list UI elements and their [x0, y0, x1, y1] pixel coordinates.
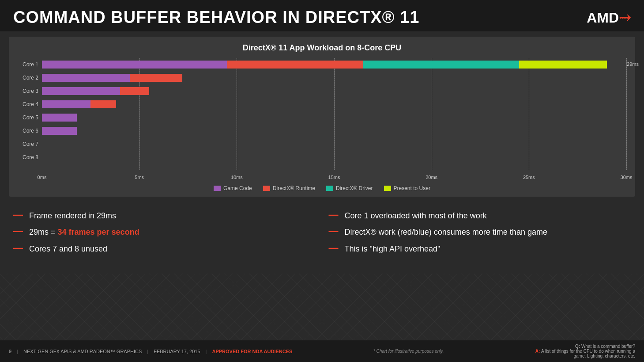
legend-label: Game Code [223, 185, 252, 191]
page-title: COMMAND BUFFER BEHAVIOR IN DIRECTX® 11 [13, 8, 419, 27]
core8-label: Core 8 [18, 151, 42, 164]
bullet-item: — This is "high API overhead" [329, 244, 631, 254]
approved-label: APPROVED FOR NDA AUDIENCES [212, 349, 292, 354]
bar-segment [363, 61, 519, 69]
bullet-text: This is "high API overhead" [345, 244, 441, 254]
bar-segment [42, 74, 130, 82]
bars-area: 29ms [42, 58, 626, 170]
legend-item: Game Code [214, 185, 252, 191]
chart-container: DirectX® 11 App Workload on 8-Core CPU C… [9, 37, 635, 197]
legend-color-swatch [214, 186, 221, 191]
bullet-text: Core 1 overloaded with most of the work [345, 211, 487, 221]
amd-logo: AMD⤑ [587, 9, 631, 26]
footer-left: 9 | NEXT-GEN GFX APIS & AMD RADEON™ GRAP… [9, 349, 292, 354]
bullet-item: — Frame rendered in 29ms [13, 211, 316, 221]
bullet-col-right: — Core 1 overloaded with most of the wor… [329, 211, 631, 260]
bar-segment [42, 114, 77, 122]
bullet-item: — 29ms = 34 frames per second [13, 227, 316, 237]
bullet-section: — Frame rendered in 29ms — 29ms = 34 fra… [0, 202, 644, 265]
core6-label: Core 6 [18, 124, 42, 137]
footer-qa: Q: What is a command buffer? A: A list o… [525, 344, 635, 358]
legend-color-swatch [384, 186, 391, 191]
bar-segment [227, 61, 363, 69]
bar-row [42, 71, 626, 84]
bar-segment [42, 100, 90, 108]
bullet-dash: — [13, 226, 23, 236]
core3-label: Core 3 [18, 84, 42, 98]
bullet-item: — DirectX® work (red/blue) consumes more… [329, 227, 631, 237]
bullet-text: Frame rendered in 29ms [29, 211, 116, 221]
bullet-item: — Core 1 overloaded with most of the wor… [329, 211, 631, 221]
chart-labels: Core 1 Core 2 Core 3 Core 4 Core 5 Core … [18, 58, 42, 170]
chart-legend: Game CodeDirectX® RuntimeDirectX® Driver… [18, 185, 626, 191]
bullet-dash: — [13, 243, 23, 253]
legend-color-swatch [263, 186, 270, 191]
bullet-dash: — [13, 210, 23, 220]
bar-row [42, 124, 626, 137]
legend-label: DirectX® Driver [336, 185, 373, 191]
qa-question: What is a command buffer? [581, 344, 635, 349]
bar-row [42, 98, 626, 111]
bar-row [42, 84, 626, 98]
bullet-text: Cores 7 and 8 unused [29, 244, 107, 254]
bar-segment [519, 61, 607, 69]
qa-answer: A list of things for the CPU to do when … [541, 349, 635, 358]
core1-label: Core 1 [18, 58, 42, 71]
footer: 9 | NEXT-GEN GFX APIS & AMD RADEON™ GRAP… [0, 340, 644, 362]
bar-row [42, 151, 626, 164]
bar-segment [90, 100, 116, 108]
bullet-dash: — [329, 226, 339, 236]
bar-segment [42, 61, 227, 69]
x-axis: 0ms5ms10ms15ms20ms25ms30ms [42, 170, 626, 182]
bar-row: 29ms [42, 58, 626, 71]
core4-label: Core 4 [18, 98, 42, 111]
company-label: NEXT-GEN GFX APIS & AMD RADEON™ GRAPHICS [23, 349, 142, 354]
legend-item: DirectX® Runtime [263, 185, 315, 191]
bar-segment [42, 127, 77, 135]
bullet-dash: — [329, 210, 339, 220]
header: COMMAND BUFFER BEHAVIOR IN DIRECTX® 11 A… [0, 0, 644, 31]
bar-segment [42, 87, 120, 95]
page-number: 9 [9, 349, 11, 354]
core7-label: Core 7 [18, 137, 42, 151]
chart-title: DirectX® 11 App Workload on 8-Core CPU [18, 43, 626, 53]
bullet-col-left: — Frame rendered in 29ms — 29ms = 34 fra… [13, 211, 316, 260]
core2-label: Core 2 [18, 71, 42, 84]
bullet-text: DirectX® work (red/blue) consumes more t… [345, 227, 547, 237]
bar-segment [120, 87, 149, 95]
bar-row [42, 111, 626, 124]
bullet-dash: — [329, 243, 339, 253]
legend-item: DirectX® Driver [326, 185, 373, 191]
date-label: FEBRUARY 17, 2015 [154, 349, 200, 354]
bar-end-label: 29ms [627, 61, 639, 67]
core5-label: Core 5 [18, 111, 42, 124]
footer-disclaimer: * Chart for illustrative purposes only. [373, 349, 444, 354]
legend-label: DirectX® Runtime [273, 185, 315, 191]
bar-segment [130, 74, 182, 82]
bullet-item: — Cores 7 and 8 unused [13, 244, 316, 254]
legend-item: Present to User [384, 185, 430, 191]
legend-label: Present to User [394, 185, 430, 191]
legend-color-swatch [326, 186, 333, 191]
bullet-text: 29ms = 34 frames per second [29, 227, 139, 237]
bar-row [42, 137, 626, 151]
